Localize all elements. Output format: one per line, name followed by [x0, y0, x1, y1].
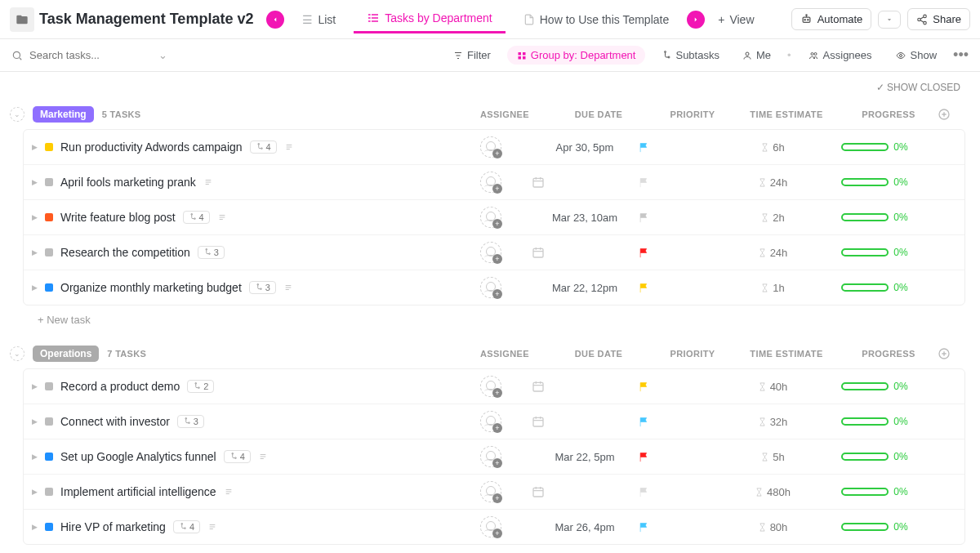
description-icon[interactable]: [217, 213, 227, 221]
automate-dropdown[interactable]: [878, 11, 901, 29]
description-icon[interactable]: [207, 523, 217, 531]
expand-caret[interactable]: ▶: [32, 213, 38, 221]
assignee-placeholder[interactable]: [480, 136, 501, 158]
tab-tasks-by-department[interactable]: Tasks by Department: [354, 5, 506, 33]
task-title[interactable]: Hire VP of marketing: [60, 520, 166, 533]
expand-caret[interactable]: ▶: [32, 488, 38, 496]
page-title[interactable]: Task Management Template v2: [39, 11, 253, 28]
col-progress[interactable]: PROGRESS: [840, 109, 938, 119]
due-date-cell[interactable]: Mar 26, 4pm: [532, 521, 638, 533]
collapse-toggle[interactable]: ⌄: [10, 107, 24, 122]
due-date-cell[interactable]: Mar 22, 5pm: [532, 451, 638, 463]
task-row[interactable]: ▶ Run productivity Adwords campaign 4 Ap…: [24, 130, 964, 165]
tab-how-to-use[interactable]: How to Use this Template: [510, 7, 682, 33]
priority-flag[interactable]: [638, 451, 719, 463]
task-row[interactable]: ▶ Write feature blog post 4 Mar 23, 10am…: [24, 200, 964, 235]
subtask-count-badge[interactable]: 3: [198, 246, 225, 259]
description-icon[interactable]: [258, 453, 268, 461]
progress-cell[interactable]: 0%: [826, 521, 924, 533]
task-row[interactable]: ▶ Implement artificial intelligence 480h…: [24, 475, 964, 510]
collapse-toggle[interactable]: ⌄: [10, 346, 24, 361]
priority-flag[interactable]: [638, 381, 719, 393]
time-estimate-cell[interactable]: 6h: [719, 141, 826, 154]
status-square[interactable]: [45, 143, 53, 151]
assignee-placeholder[interactable]: [480, 376, 501, 397]
task-row[interactable]: ▶ Record a product demo 2 40h 0%: [24, 369, 964, 404]
status-square[interactable]: [45, 178, 53, 186]
col-priority[interactable]: PRIORITY: [652, 349, 733, 359]
search-input[interactable]: [29, 49, 152, 61]
search-dropdown[interactable]: ⌄: [158, 49, 167, 61]
task-row[interactable]: ▶ Hire VP of marketing 4 Mar 26, 4pm 80h…: [24, 510, 964, 544]
col-time-estimate[interactable]: TIME ESTIMATE: [733, 349, 840, 359]
status-square[interactable]: [45, 453, 53, 461]
priority-flag[interactable]: [638, 521, 719, 533]
expand-caret[interactable]: ▶: [32, 248, 38, 256]
task-title[interactable]: Set up Google Analytics funnel: [60, 450, 216, 463]
col-due-date[interactable]: DUE DATE: [546, 349, 652, 359]
subtask-count-badge[interactable]: 4: [183, 211, 210, 224]
col-due-date[interactable]: DUE DATE: [546, 109, 652, 119]
progress-cell[interactable]: 0%: [826, 176, 924, 188]
due-date-cell[interactable]: Apr 30, 5pm: [532, 141, 638, 154]
col-assignee[interactable]: ASSIGNEE: [464, 109, 546, 119]
assignee-placeholder[interactable]: [480, 446, 501, 467]
task-title[interactable]: Run productivity Adwords campaign: [60, 140, 243, 154]
task-title[interactable]: Implement artificial intelligence: [60, 485, 216, 498]
assignee-placeholder[interactable]: [480, 207, 501, 228]
task-row[interactable]: ▶ Organize monthly marketing budget 3 Ma…: [24, 270, 964, 305]
description-icon[interactable]: [283, 283, 293, 292]
task-title[interactable]: Record a product demo: [60, 380, 180, 393]
time-estimate-cell[interactable]: 40h: [719, 381, 826, 393]
task-row[interactable]: ▶ April fools marketing prank 24h 0%: [24, 165, 964, 200]
description-icon[interactable]: [284, 143, 294, 151]
priority-flag[interactable]: [638, 176, 719, 189]
show-closed-button[interactable]: ✓ SHOW CLOSED: [876, 82, 960, 93]
task-row[interactable]: ▶ Set up Google Analytics funnel 4 Mar 2…: [24, 439, 964, 475]
add-column-button[interactable]: [938, 347, 970, 360]
priority-flag[interactable]: [638, 141, 719, 154]
expand-caret[interactable]: ▶: [32, 453, 38, 461]
automate-button[interactable]: Automate: [791, 8, 872, 30]
task-title[interactable]: Organize monthly marketing budget: [60, 281, 242, 294]
time-estimate-cell[interactable]: 80h: [719, 521, 826, 533]
description-icon[interactable]: [203, 178, 213, 186]
progress-cell[interactable]: 0%: [826, 212, 924, 223]
tab-list[interactable]: ☰ List: [289, 7, 349, 33]
priority-flag[interactable]: [638, 416, 719, 428]
priority-flag[interactable]: [638, 212, 719, 224]
subtask-count-badge[interactable]: 3: [249, 281, 276, 294]
assignee-placeholder[interactable]: [480, 277, 501, 298]
subtask-count-badge[interactable]: 3: [177, 415, 204, 428]
expand-caret[interactable]: ▶: [32, 417, 38, 426]
group-badge[interactable]: Operations: [33, 346, 99, 362]
share-button[interactable]: Share: [907, 8, 970, 30]
progress-cell[interactable]: 0%: [826, 486, 924, 497]
more-options-button[interactable]: •••: [953, 47, 969, 64]
progress-cell[interactable]: 0%: [826, 282, 924, 293]
add-view-button[interactable]: + View: [710, 7, 762, 33]
status-square[interactable]: [45, 417, 53, 426]
status-square[interactable]: [45, 488, 53, 496]
scroll-right-button[interactable]: [687, 11, 705, 29]
scroll-left-button[interactable]: [266, 11, 284, 29]
progress-cell[interactable]: 0%: [826, 416, 924, 427]
me-button[interactable]: Me: [736, 46, 777, 65]
task-title[interactable]: Write feature blog post: [60, 211, 176, 224]
subtasks-button[interactable]: Subtasks: [655, 46, 725, 65]
time-estimate-cell[interactable]: 24h: [719, 247, 826, 259]
expand-caret[interactable]: ▶: [32, 283, 38, 292]
progress-cell[interactable]: 0%: [826, 381, 924, 392]
task-title[interactable]: Research the competition: [60, 246, 190, 259]
due-date-cell[interactable]: [532, 485, 638, 498]
assignee-placeholder[interactable]: [480, 242, 501, 263]
time-estimate-cell[interactable]: 2h: [719, 212, 826, 224]
task-row[interactable]: ▶ Research the competition 3 24h 0%: [24, 235, 964, 270]
show-button[interactable]: Show: [889, 46, 944, 65]
time-estimate-cell[interactable]: 1h: [719, 282, 826, 294]
due-date-cell[interactable]: [532, 176, 638, 189]
task-row[interactable]: ▶ Connect with investor 3 32h 0%: [24, 404, 964, 439]
subtask-count-badge[interactable]: 4: [250, 140, 277, 154]
status-square[interactable]: [45, 523, 53, 531]
expand-caret[interactable]: ▶: [32, 523, 38, 531]
